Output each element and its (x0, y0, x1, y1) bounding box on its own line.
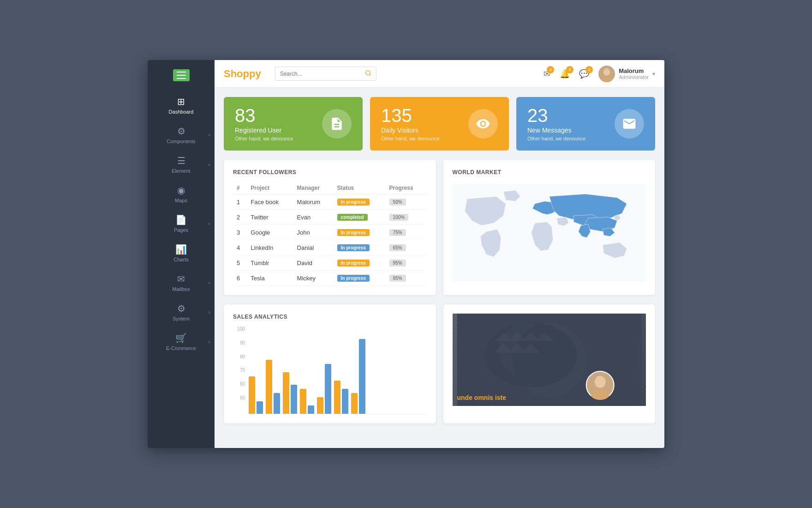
sidebar-item-element[interactable]: ☰ Element › (148, 150, 215, 179)
table-row: 6 Tesla Mickey In progress 95% (233, 271, 427, 286)
cell-status: In progress (334, 271, 386, 286)
sidebar-item-components[interactable]: ⚙ Components › (148, 120, 215, 150)
cell-status: In progress (334, 240, 386, 255)
chart-bars (249, 331, 427, 414)
sidebar-item-label: Components (167, 139, 195, 144)
world-market-title: WORLD MARKET (453, 169, 646, 175)
main-content: Shoppy ✉ 3 🔔 5 (215, 60, 664, 448)
cell-progress: 100% (386, 210, 427, 225)
profile-card: unde omnis iste (443, 304, 656, 423)
bar-orange (266, 360, 272, 414)
sidebar-item-label: E-Commerce (166, 345, 196, 351)
stat-card-left-visitors: 135 Daily Visitors Other hand, we denoun… (381, 106, 440, 141)
cell-manager: Malorum (293, 194, 334, 210)
bar-blue (325, 364, 331, 414)
search-input[interactable] (275, 68, 360, 80)
search-box[interactable] (275, 67, 376, 81)
sidebar-item-ecommerce[interactable]: 🛒 E-Commerce › (148, 327, 215, 357)
header-icons: ✉ 3 🔔 5 💬 2 (543, 69, 589, 79)
col-num: # (233, 182, 247, 194)
cell-manager: Danial (293, 240, 334, 255)
chevron-right-icon: › (209, 133, 210, 138)
stat-card-messages: 23 New Messages Other hand, we denounce (516, 97, 655, 151)
chevron-right-icon: › (209, 310, 210, 315)
cell-manager: David (293, 255, 334, 271)
col-project: Project (247, 182, 293, 194)
header: Shoppy ✉ 3 🔔 5 (215, 60, 664, 88)
bar-blue (359, 339, 365, 414)
search-icon (365, 70, 371, 76)
cell-num: 3 (233, 225, 247, 240)
bar-orange (351, 393, 358, 414)
status-badge: In progress (337, 229, 370, 236)
stat-desc-messages: Other hand, we denounce (527, 136, 586, 141)
stat-number-messages: 23 (527, 106, 586, 125)
messages-button[interactable]: 💬 2 (579, 69, 589, 79)
bar-group (351, 339, 365, 414)
bar-group (266, 360, 280, 414)
cell-progress: 50% (386, 194, 427, 210)
stat-desc-registered: Other hand, we denounce (235, 136, 293, 141)
system-icon: ⚙ (177, 303, 185, 314)
sidebar-item-label: System (173, 316, 190, 321)
cell-progress: 95% (386, 255, 427, 271)
progress-badge: 65% (389, 244, 406, 251)
sidebar-item-label: Pages (174, 227, 188, 233)
chart-area: 100 90 80 70 60 50 (233, 327, 427, 414)
sidebar-item-charts[interactable]: 📊 Charts (148, 238, 215, 268)
stat-label-visitors: Daily Visitors (381, 127, 440, 134)
bar-blue (342, 389, 348, 414)
avatar (598, 66, 615, 82)
followers-card-title: RECENT FOLLOWERS (233, 169, 427, 175)
cell-status: In progress (334, 194, 386, 210)
messages-badge: 2 (585, 66, 593, 73)
col-progress: Progress (386, 182, 427, 194)
sidebar-item-dashboard[interactable]: ⊞ Dashboard (148, 91, 215, 120)
user-name: Malorum (619, 67, 649, 74)
followers-table: # Project Manager Status Progress 1 Face… (233, 182, 427, 286)
cell-project: Twitter (247, 210, 293, 225)
stat-icon-registered (322, 109, 352, 139)
stat-card-visitors: 135 Daily Visitors Other hand, we denoun… (370, 97, 509, 151)
bar-blue (291, 385, 297, 414)
progress-badge: 75% (389, 229, 406, 236)
cell-manager: Evan (293, 210, 334, 225)
cell-num: 6 (233, 271, 247, 286)
sidebar-item-mailbox[interactable]: ✉ Mailbox › (148, 268, 215, 297)
table-row: 4 LinkedIn Danial In progress 65% (233, 240, 427, 255)
progress-badge: 95% (389, 260, 406, 266)
chart-y-axis: 100 90 80 70 60 50 (233, 327, 247, 400)
sidebar-item-maps[interactable]: ◉ Maps (148, 179, 215, 209)
notifications-button[interactable]: ✉ 3 (543, 69, 550, 79)
user-info: Malorum Administrator (619, 67, 649, 80)
bar-orange (283, 372, 289, 414)
alerts-button[interactable]: 🔔 5 (560, 69, 570, 79)
cell-manager: Mickey (293, 271, 334, 286)
status-badge: In progress (337, 260, 370, 266)
cell-manager: John (293, 225, 334, 240)
sidebar-item-label: Maps (175, 198, 187, 203)
lower-section: RECENT FOLLOWERS # Project Manager Statu… (224, 160, 655, 295)
sidebar-item-system[interactable]: ⚙ System › (148, 297, 215, 327)
bar-group (317, 364, 331, 414)
cell-status: completed (334, 210, 386, 225)
bar-blue (257, 401, 263, 414)
bar-group (334, 381, 348, 414)
mailbox-icon: ✉ (177, 273, 185, 284)
status-badge: completed (337, 214, 368, 221)
sidebar-item-pages[interactable]: 📄 Pages › (148, 209, 215, 238)
progress-badge: 100% (389, 214, 409, 221)
user-profile[interactable]: Malorum Administrator ▾ (598, 66, 655, 82)
chevron-right-icon: › (209, 280, 210, 285)
profile-bg-image: unde omnis iste (453, 314, 646, 406)
menu-toggle-button[interactable] (173, 69, 190, 81)
search-button[interactable] (360, 67, 376, 80)
bar-orange (334, 381, 340, 414)
user-role: Administrator (619, 74, 649, 80)
col-manager: Manager (293, 182, 334, 194)
sidebar: ⊞ Dashboard ⚙ Components › ☰ Element › ◉… (148, 60, 215, 448)
dashboard-icon: ⊞ (177, 96, 185, 107)
cell-project: Google (247, 225, 293, 240)
progress-badge: 50% (389, 199, 406, 206)
bar-group (300, 389, 314, 414)
